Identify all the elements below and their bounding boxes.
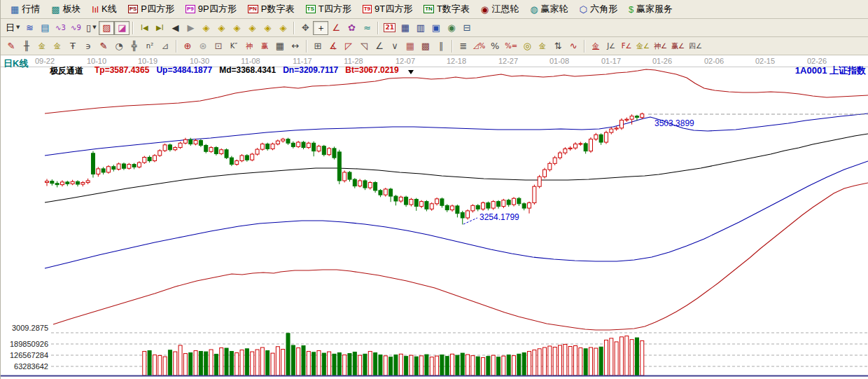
percent-button[interactable]: % [487,39,503,53]
first-page-button[interactable]: Ι◀ [136,21,152,35]
menu-gann-wheel[interactable]: ◉江恩轮 [475,1,524,17]
seal-button[interactable]: ◉ [444,21,459,35]
wave-9-button[interactable]: ∿9 [68,21,83,35]
gold-grid-icon: 金 [38,41,46,50]
prev-bar-button[interactable]: ◀ [167,21,183,35]
percent-lines-button[interactable]: %= [503,39,519,53]
candle-body [445,205,449,209]
menu-9t-square[interactable]: T99T四方形 [357,1,419,17]
grid-3-button[interactable]: ╫ [19,39,34,53]
menu-p-table[interactable]: PNP数字表 [242,1,300,17]
menu-t-square[interactable]: TST四方形 [300,1,357,17]
notebook-button[interactable]: ▥ [413,21,428,35]
k-prime-button[interactable]: K″ [226,39,241,53]
menu-winner-wheel[interactable]: ◍赢家轮 [524,1,573,17]
shen-angle-button[interactable]: 神∠ [652,39,669,53]
period-day-dropdown[interactable]: 日▼ [4,21,22,35]
menu-quotes[interactable]: ▦行情 [5,1,46,17]
calendar-button[interactable]: 21 [382,21,398,35]
red-grid-box-button[interactable]: ▩ [418,39,433,53]
fan-box-button[interactable]: ◸ [341,39,356,53]
gold-grid-button[interactable]: 金 [34,39,50,53]
menu-p-square[interactable]: PSP四方形 [122,1,180,17]
red-pen-button[interactable]: ✎ [96,39,111,53]
ying-angle-button[interactable]: 赢∠ [669,39,687,53]
fan-lines-button[interactable]: ∡ [326,39,341,53]
fan-square-button[interactable]: ◹ [356,39,372,53]
crosshair-button[interactable]: ＋ [313,21,328,35]
shen-grid-button[interactable]: 神 [241,39,257,53]
svg-text:12-18: 12-18 [447,57,466,65]
volume-bar [630,340,634,375]
percent-slope-button[interactable]: ◿% [471,39,487,53]
price-pen-button[interactable]: ⇅ [550,39,566,53]
compass-button[interactable]: ◔ [111,39,127,53]
diamond-expand-h-button[interactable]: ◈ [229,21,244,35]
red-grid-button[interactable]: ▦ [402,39,418,53]
volume-bar [153,355,156,375]
spiral-tool-button[interactable]: ≈ [359,21,374,35]
si-angle-button[interactable]: 四∠ [687,39,704,53]
f-grid-button[interactable]: Ŧ [65,39,80,53]
menu-sectors[interactable]: ▩板块 [46,1,86,17]
market-map-button[interactable]: ≋ [22,21,37,35]
f-angle-button[interactable]: F∠ [619,39,634,53]
spiral-grid-button[interactable]: ϶ [80,39,96,53]
flower-tool-button[interactable]: ✿ [344,21,359,35]
grid-123-button[interactable]: ▦ [272,39,288,53]
candle-style-dropdown[interactable]: ▯▼ [83,21,99,35]
n2-grid-button[interactable]: n² [142,39,158,53]
diamond-reset-button[interactable]: ◈ [275,21,290,35]
parallel-lines-button[interactable]: ∥ [433,39,449,53]
flag-button[interactable]: ⊿ [158,39,173,53]
info-clipboard-button[interactable]: ▤ [37,21,52,35]
volume-bar [435,356,439,375]
diamond-expand-all-button[interactable]: ◈ [260,21,275,35]
diamond-compress-button[interactable]: ◈ [244,21,260,35]
gann-box-button[interactable]: ⊞ [310,39,326,53]
wave-lines-button[interactable]: ∿ [566,39,581,53]
candle-body [420,202,424,207]
candle-body [620,120,623,128]
diamond-shift-right-button[interactable]: ◈ [214,21,229,35]
boxed-target-button[interactable]: ⊡ [211,39,226,53]
last-page-button[interactable]: ▶Ι [152,21,167,35]
menu-winner-service[interactable]: $赢家服务 [623,1,678,17]
menu-hexagon[interactable]: ⬡六角形 [574,1,623,17]
menu-kline[interactable]: lılK线 [87,1,122,17]
kline-chart[interactable]: 09-2210-1010-1910-3011-0811-1711-2812-07… [1,55,868,378]
candle-body [76,181,79,184]
red-pattern-button[interactable]: ▨ [99,21,114,35]
candle-body [307,143,310,147]
angle-lines-button[interactable]: ∠ [372,39,387,53]
volume-bar [564,344,567,375]
diamond-shift-left-button[interactable]: ◈ [198,21,214,35]
pan-hand-button[interactable]: ✥ [298,21,313,35]
gann-target-button[interactable]: ⊕ [180,39,195,53]
gold-grid-2-button[interactable]: 金 [50,39,65,53]
j-angle-button[interactable]: J∠ [603,39,619,53]
angle-measure-button[interactable]: ∠ [328,21,344,35]
dense-grid-button[interactable]: ╬ [127,39,142,53]
levels-button[interactable]: ≣ [456,39,471,53]
print-button[interactable]: ⊟ [459,21,475,35]
color-volume-button[interactable]: ◪ [114,21,130,35]
star-target-button[interactable]: ⊛ [195,39,211,53]
menu-t-table[interactable]: TNT数字表 [418,1,475,17]
brush-button[interactable]: ✎ [4,39,19,53]
volume-bar [163,357,167,375]
save-button[interactable]: ▣ [428,21,444,35]
zigzag-button[interactable]: ∨ [387,39,402,53]
candle-body [543,170,547,177]
gold-angle-main-button[interactable]: 金 [588,39,603,53]
menu-9p-square[interactable]: P99P四方形 [180,1,242,17]
gold-angle-button[interactable]: 金∠ [634,39,652,53]
calculator-button[interactable]: ▦ [398,21,413,35]
gold-lines-button[interactable]: 金 [535,39,550,53]
main-menubar: ▦行情▩板块lılK线PSP四方形P99P四方形PNP数字表TST四方形T99T… [1,0,868,19]
gold-circle-button[interactable]: ◎ [519,39,535,53]
ying-grid-button[interactable]: 赢 [257,39,272,53]
next-bar-button[interactable]: ▶ [183,21,198,35]
wave-3-button[interactable]: ∿3 [52,21,68,35]
width-measure-button[interactable]: ↔ [288,39,303,53]
